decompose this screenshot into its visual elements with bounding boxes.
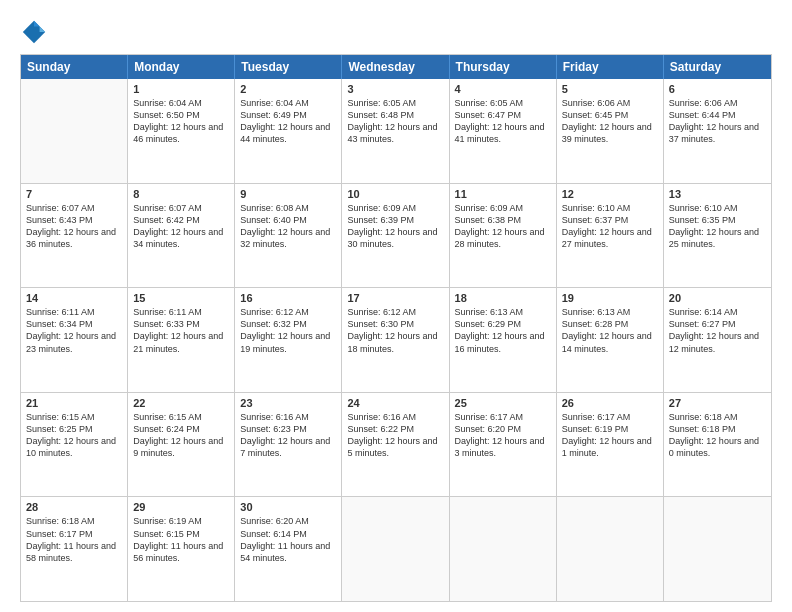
calendar-cell: 2Sunrise: 6:04 AM Sunset: 6:49 PM Daylig… bbox=[235, 79, 342, 183]
day-header-saturday: Saturday bbox=[664, 55, 771, 79]
day-info: Sunrise: 6:18 AM Sunset: 6:18 PM Dayligh… bbox=[669, 411, 766, 460]
calendar-week-4: 21Sunrise: 6:15 AM Sunset: 6:25 PM Dayli… bbox=[21, 392, 771, 497]
day-header-wednesday: Wednesday bbox=[342, 55, 449, 79]
calendar-cell: 3Sunrise: 6:05 AM Sunset: 6:48 PM Daylig… bbox=[342, 79, 449, 183]
calendar-body: 1Sunrise: 6:04 AM Sunset: 6:50 PM Daylig… bbox=[21, 79, 771, 601]
day-info: Sunrise: 6:11 AM Sunset: 6:34 PM Dayligh… bbox=[26, 306, 122, 355]
day-number: 28 bbox=[26, 501, 122, 513]
calendar-cell: 5Sunrise: 6:06 AM Sunset: 6:45 PM Daylig… bbox=[557, 79, 664, 183]
day-number: 18 bbox=[455, 292, 551, 304]
day-number: 7 bbox=[26, 188, 122, 200]
day-number: 30 bbox=[240, 501, 336, 513]
day-info: Sunrise: 6:13 AM Sunset: 6:29 PM Dayligh… bbox=[455, 306, 551, 355]
day-number: 10 bbox=[347, 188, 443, 200]
calendar-cell: 21Sunrise: 6:15 AM Sunset: 6:25 PM Dayli… bbox=[21, 393, 128, 497]
calendar-cell: 14Sunrise: 6:11 AM Sunset: 6:34 PM Dayli… bbox=[21, 288, 128, 392]
calendar: SundayMondayTuesdayWednesdayThursdayFrid… bbox=[20, 54, 772, 602]
calendar-cell bbox=[21, 79, 128, 183]
calendar-cell bbox=[557, 497, 664, 601]
day-number: 27 bbox=[669, 397, 766, 409]
calendar-cell: 4Sunrise: 6:05 AM Sunset: 6:47 PM Daylig… bbox=[450, 79, 557, 183]
calendar-cell: 26Sunrise: 6:17 AM Sunset: 6:19 PM Dayli… bbox=[557, 393, 664, 497]
day-info: Sunrise: 6:15 AM Sunset: 6:25 PM Dayligh… bbox=[26, 411, 122, 460]
calendar-cell: 10Sunrise: 6:09 AM Sunset: 6:39 PM Dayli… bbox=[342, 184, 449, 288]
day-info: Sunrise: 6:16 AM Sunset: 6:22 PM Dayligh… bbox=[347, 411, 443, 460]
day-number: 13 bbox=[669, 188, 766, 200]
calendar-cell: 13Sunrise: 6:10 AM Sunset: 6:35 PM Dayli… bbox=[664, 184, 771, 288]
day-number: 23 bbox=[240, 397, 336, 409]
day-info: Sunrise: 6:07 AM Sunset: 6:43 PM Dayligh… bbox=[26, 202, 122, 251]
day-info: Sunrise: 6:13 AM Sunset: 6:28 PM Dayligh… bbox=[562, 306, 658, 355]
day-number: 15 bbox=[133, 292, 229, 304]
day-number: 29 bbox=[133, 501, 229, 513]
day-number: 19 bbox=[562, 292, 658, 304]
day-info: Sunrise: 6:11 AM Sunset: 6:33 PM Dayligh… bbox=[133, 306, 229, 355]
day-number: 8 bbox=[133, 188, 229, 200]
day-number: 24 bbox=[347, 397, 443, 409]
day-info: Sunrise: 6:04 AM Sunset: 6:50 PM Dayligh… bbox=[133, 97, 229, 146]
calendar-cell: 7Sunrise: 6:07 AM Sunset: 6:43 PM Daylig… bbox=[21, 184, 128, 288]
day-info: Sunrise: 6:12 AM Sunset: 6:30 PM Dayligh… bbox=[347, 306, 443, 355]
day-header-friday: Friday bbox=[557, 55, 664, 79]
day-number: 2 bbox=[240, 83, 336, 95]
day-number: 12 bbox=[562, 188, 658, 200]
calendar-week-2: 7Sunrise: 6:07 AM Sunset: 6:43 PM Daylig… bbox=[21, 183, 771, 288]
day-number: 16 bbox=[240, 292, 336, 304]
calendar-cell bbox=[342, 497, 449, 601]
day-info: Sunrise: 6:08 AM Sunset: 6:40 PM Dayligh… bbox=[240, 202, 336, 251]
calendar-cell: 24Sunrise: 6:16 AM Sunset: 6:22 PM Dayli… bbox=[342, 393, 449, 497]
calendar-cell: 1Sunrise: 6:04 AM Sunset: 6:50 PM Daylig… bbox=[128, 79, 235, 183]
day-info: Sunrise: 6:16 AM Sunset: 6:23 PM Dayligh… bbox=[240, 411, 336, 460]
day-info: Sunrise: 6:07 AM Sunset: 6:42 PM Dayligh… bbox=[133, 202, 229, 251]
calendar-cell: 28Sunrise: 6:18 AM Sunset: 6:17 PM Dayli… bbox=[21, 497, 128, 601]
day-number: 1 bbox=[133, 83, 229, 95]
calendar-cell: 25Sunrise: 6:17 AM Sunset: 6:20 PM Dayli… bbox=[450, 393, 557, 497]
calendar-cell: 30Sunrise: 6:20 AM Sunset: 6:14 PM Dayli… bbox=[235, 497, 342, 601]
day-number: 9 bbox=[240, 188, 336, 200]
calendar-week-5: 28Sunrise: 6:18 AM Sunset: 6:17 PM Dayli… bbox=[21, 496, 771, 601]
day-number: 25 bbox=[455, 397, 551, 409]
day-number: 21 bbox=[26, 397, 122, 409]
calendar-cell: 19Sunrise: 6:13 AM Sunset: 6:28 PM Dayli… bbox=[557, 288, 664, 392]
day-info: Sunrise: 6:04 AM Sunset: 6:49 PM Dayligh… bbox=[240, 97, 336, 146]
calendar-cell: 17Sunrise: 6:12 AM Sunset: 6:30 PM Dayli… bbox=[342, 288, 449, 392]
svg-marker-2 bbox=[34, 21, 40, 27]
calendar-week-1: 1Sunrise: 6:04 AM Sunset: 6:50 PM Daylig… bbox=[21, 79, 771, 183]
logo bbox=[20, 18, 52, 46]
day-number: 6 bbox=[669, 83, 766, 95]
day-number: 3 bbox=[347, 83, 443, 95]
calendar-week-3: 14Sunrise: 6:11 AM Sunset: 6:34 PM Dayli… bbox=[21, 287, 771, 392]
day-number: 11 bbox=[455, 188, 551, 200]
day-header-thursday: Thursday bbox=[450, 55, 557, 79]
day-info: Sunrise: 6:12 AM Sunset: 6:32 PM Dayligh… bbox=[240, 306, 336, 355]
calendar-cell: 22Sunrise: 6:15 AM Sunset: 6:24 PM Dayli… bbox=[128, 393, 235, 497]
day-info: Sunrise: 6:20 AM Sunset: 6:14 PM Dayligh… bbox=[240, 515, 336, 564]
calendar-cell: 15Sunrise: 6:11 AM Sunset: 6:33 PM Dayli… bbox=[128, 288, 235, 392]
calendar-cell: 12Sunrise: 6:10 AM Sunset: 6:37 PM Dayli… bbox=[557, 184, 664, 288]
day-info: Sunrise: 6:05 AM Sunset: 6:47 PM Dayligh… bbox=[455, 97, 551, 146]
day-number: 4 bbox=[455, 83, 551, 95]
calendar-cell: 11Sunrise: 6:09 AM Sunset: 6:38 PM Dayli… bbox=[450, 184, 557, 288]
calendar-cell: 29Sunrise: 6:19 AM Sunset: 6:15 PM Dayli… bbox=[128, 497, 235, 601]
day-header-sunday: Sunday bbox=[21, 55, 128, 79]
day-info: Sunrise: 6:05 AM Sunset: 6:48 PM Dayligh… bbox=[347, 97, 443, 146]
day-info: Sunrise: 6:15 AM Sunset: 6:24 PM Dayligh… bbox=[133, 411, 229, 460]
calendar-cell: 20Sunrise: 6:14 AM Sunset: 6:27 PM Dayli… bbox=[664, 288, 771, 392]
calendar-header: SundayMondayTuesdayWednesdayThursdayFrid… bbox=[21, 55, 771, 79]
day-info: Sunrise: 6:10 AM Sunset: 6:35 PM Dayligh… bbox=[669, 202, 766, 251]
day-header-tuesday: Tuesday bbox=[235, 55, 342, 79]
day-number: 14 bbox=[26, 292, 122, 304]
day-info: Sunrise: 6:17 AM Sunset: 6:20 PM Dayligh… bbox=[455, 411, 551, 460]
calendar-cell: 16Sunrise: 6:12 AM Sunset: 6:32 PM Dayli… bbox=[235, 288, 342, 392]
calendar-cell: 23Sunrise: 6:16 AM Sunset: 6:23 PM Dayli… bbox=[235, 393, 342, 497]
calendar-cell bbox=[450, 497, 557, 601]
day-info: Sunrise: 6:06 AM Sunset: 6:45 PM Dayligh… bbox=[562, 97, 658, 146]
calendar-cell: 6Sunrise: 6:06 AM Sunset: 6:44 PM Daylig… bbox=[664, 79, 771, 183]
calendar-cell: 18Sunrise: 6:13 AM Sunset: 6:29 PM Dayli… bbox=[450, 288, 557, 392]
day-info: Sunrise: 6:10 AM Sunset: 6:37 PM Dayligh… bbox=[562, 202, 658, 251]
day-info: Sunrise: 6:17 AM Sunset: 6:19 PM Dayligh… bbox=[562, 411, 658, 460]
page: SundayMondayTuesdayWednesdayThursdayFrid… bbox=[0, 0, 792, 612]
day-info: Sunrise: 6:19 AM Sunset: 6:15 PM Dayligh… bbox=[133, 515, 229, 564]
day-info: Sunrise: 6:14 AM Sunset: 6:27 PM Dayligh… bbox=[669, 306, 766, 355]
calendar-cell bbox=[664, 497, 771, 601]
